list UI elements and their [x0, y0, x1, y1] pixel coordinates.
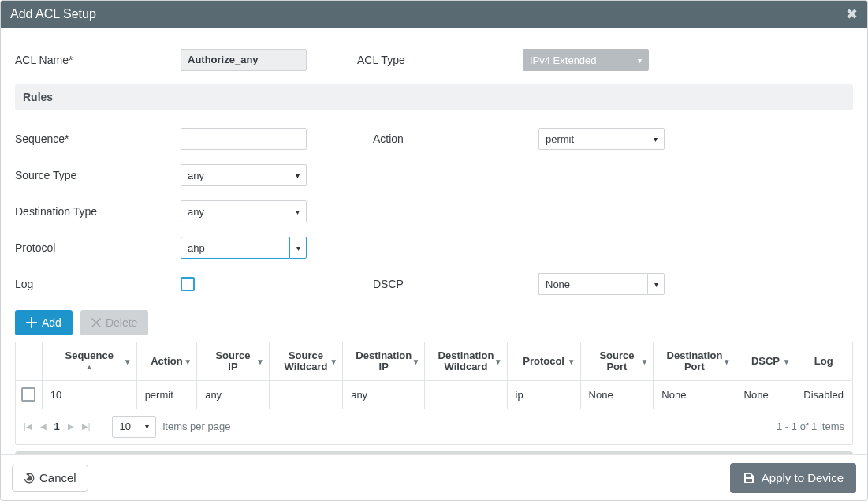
col-sequence[interactable]: Sequence▲ ▼ — [42, 342, 136, 380]
items-per-page-label: items per page — [162, 421, 230, 432]
dialog-header: Add ACL Setup ✖ — [1, 1, 867, 28]
dialog-title: Add ACL Setup — [10, 7, 96, 21]
destination-type-label: Destination Type — [15, 205, 181, 218]
protocol-select[interactable]: ahp ▾ — [181, 237, 307, 259]
chevron-down-icon[interactable]: ▼ — [184, 357, 192, 365]
col-log[interactable]: Log — [795, 342, 851, 380]
chevron-down-icon[interactable]: ▼ — [782, 357, 790, 365]
chevron-down-icon[interactable]: ▼ — [640, 357, 648, 365]
pager-last-icon[interactable]: ▶| — [82, 422, 91, 431]
pager-prev-icon[interactable]: ◀ — [40, 422, 47, 431]
sequence-input[interactable] — [181, 128, 307, 150]
dscp-select[interactable]: None ▾ — [538, 273, 665, 295]
cell-destination-ip: any — [343, 380, 425, 409]
protocol-label: Protocol — [15, 241, 181, 254]
pager: |◀ ◀ 1 ▶ ▶| 10 ▾ items per page 1 - — [16, 409, 852, 444]
dialog-body: ACL Name* Authorize_any ACL Type IPv4 Ex… — [1, 28, 867, 454]
apply-button-label: Apply to Device — [762, 471, 844, 484]
cell-source-port: None — [580, 380, 654, 409]
col-destination-port[interactable]: DestinationPort ▼ — [654, 342, 736, 380]
col-action[interactable]: Action ▼ — [136, 342, 197, 380]
row-sequence-action: Sequence* Action permit ▾ — [15, 121, 853, 157]
cell-destination-port: None — [654, 380, 736, 409]
add-button[interactable]: Add — [15, 310, 73, 335]
add-button-label: Add — [42, 316, 61, 329]
save-icon — [743, 472, 755, 484]
col-dscp[interactable]: DSCP ▼ — [736, 342, 795, 380]
items-per-page-value: 10 — [119, 421, 130, 432]
chevron-down-icon: ▾ — [654, 135, 658, 144]
chevron-down-icon: ▾ — [296, 171, 300, 180]
cell-destination-wildcard — [425, 380, 507, 409]
pager-range: 1 - 1 of 1 items — [777, 421, 844, 432]
row-destination-type: Destination Type any ▾ — [15, 193, 853, 230]
rule-buttons: Add Delete — [15, 310, 853, 335]
chevron-down-icon[interactable]: ▼ — [494, 357, 502, 365]
cell-log: Disabled — [795, 380, 851, 409]
chevron-down-icon[interactable]: ▼ — [256, 357, 264, 365]
action-value: permit — [546, 133, 574, 145]
chevron-down-icon[interactable]: ▼ — [330, 357, 337, 365]
col-source-wildcard[interactable]: SourceWildcard ▼ — [269, 342, 342, 380]
col-protocol[interactable]: Protocol ▼ — [507, 342, 580, 380]
log-label: Log — [15, 278, 181, 290]
pager-nav: |◀ ◀ 1 ▶ ▶| — [24, 421, 90, 432]
destination-type-select[interactable]: any ▾ — [181, 200, 307, 222]
acl-type-select: IPv4 Extended ▾ — [523, 49, 649, 71]
protocol-value: ahp — [188, 242, 205, 254]
row-log-dscp: Log DSCP None ▾ — [15, 266, 853, 302]
pager-page: 1 — [54, 421, 60, 432]
rules-section-heading: Rules — [15, 84, 853, 110]
acl-name-label: ACL Name* — [15, 54, 181, 66]
acl-name-field[interactable]: Authorize_any — [181, 49, 307, 71]
source-type-label: Source Type — [15, 169, 181, 181]
col-destination-wildcard[interactable]: DestinationWildcard ▼ — [425, 342, 507, 380]
pager-first-icon[interactable]: |◀ — [24, 422, 32, 431]
cell-action: permit — [136, 380, 197, 409]
col-select-all[interactable] — [16, 342, 42, 380]
cancel-button-label: Cancel — [39, 471, 76, 484]
cell-protocol: ip — [507, 380, 580, 409]
row-protocol: Protocol ahp ▾ — [15, 230, 853, 266]
table-row[interactable]: 10 permit any any ip None None None Disa… — [16, 380, 851, 409]
action-label: Action — [373, 133, 538, 145]
cancel-button[interactable]: Cancel — [12, 465, 88, 492]
col-source-port[interactable]: SourcePort ▼ — [580, 342, 654, 380]
undo-icon — [24, 473, 35, 484]
row-checkbox[interactable] — [21, 387, 35, 402]
table-header-row: Sequence▲ ▼ Action ▼ SourceIP ▼ Source — [16, 342, 851, 380]
chevron-down-icon[interactable]: ▼ — [124, 357, 132, 365]
log-checkbox[interactable] — [181, 277, 195, 291]
chevron-down-icon[interactable]: ▼ — [568, 357, 576, 365]
delete-button: Delete — [80, 310, 148, 335]
add-acl-setup-dialog: Add ACL Setup ✖ ACL Name* Authorize_any … — [0, 0, 868, 501]
rules-table: Sequence▲ ▼ Action ▼ SourceIP ▼ Source — [16, 342, 851, 409]
x-icon — [91, 318, 101, 327]
action-select[interactable]: permit ▾ — [538, 128, 665, 150]
dscp-value: None — [546, 279, 570, 290]
close-icon[interactable]: ✖ — [846, 7, 858, 21]
row-acl-name-type: ACL Name* Authorize_any ACL Type IPv4 Ex… — [15, 42, 853, 78]
chevron-down-icon[interactable]: ▾ — [647, 273, 665, 295]
chevron-down-icon[interactable]: ▼ — [723, 357, 731, 365]
chevron-down-icon[interactable]: ▾ — [289, 237, 307, 259]
acl-type-value: IPv4 Extended — [530, 54, 597, 66]
sequence-label: Sequence* — [15, 133, 181, 145]
cell-sequence: 10 — [42, 380, 136, 409]
delete-button-label: Delete — [106, 316, 137, 329]
apply-to-device-button[interactable]: Apply to Device — [730, 463, 856, 493]
pager-next-icon[interactable]: ▶ — [68, 422, 74, 431]
dscp-label: DSCP — [373, 278, 538, 290]
col-source-ip[interactable]: SourceIP ▼ — [197, 342, 270, 380]
sort-asc-icon: ▲ — [86, 361, 93, 372]
plus-icon — [26, 317, 37, 328]
cell-source-wildcard — [269, 380, 342, 409]
col-destination-ip[interactable]: DestinationIP ▼ — [343, 342, 425, 380]
chevron-down-icon: ▾ — [638, 56, 642, 65]
chevron-down-icon[interactable]: ▼ — [412, 357, 419, 365]
items-per-page-select[interactable]: 10 ▾ — [112, 416, 156, 438]
rules-table-container: Sequence▲ ▼ Action ▼ SourceIP ▼ Source — [15, 342, 853, 445]
source-type-select[interactable]: any ▾ — [181, 164, 307, 186]
cell-source-ip: any — [197, 380, 270, 409]
row-source-type: Source Type any ▾ — [15, 157, 853, 193]
